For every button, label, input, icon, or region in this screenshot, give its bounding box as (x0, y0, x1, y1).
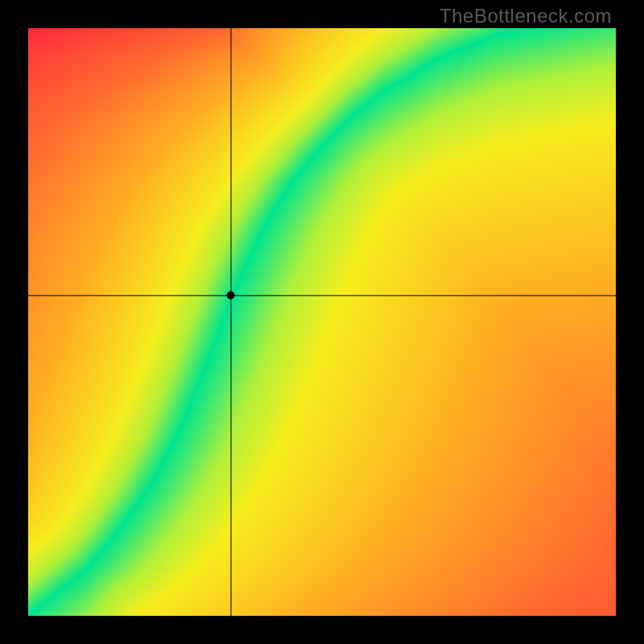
chart-container: TheBottleneck.com (0, 0, 644, 644)
bottleneck-heatmap (28, 28, 616, 616)
watermark-text: TheBottleneck.com (440, 5, 612, 27)
